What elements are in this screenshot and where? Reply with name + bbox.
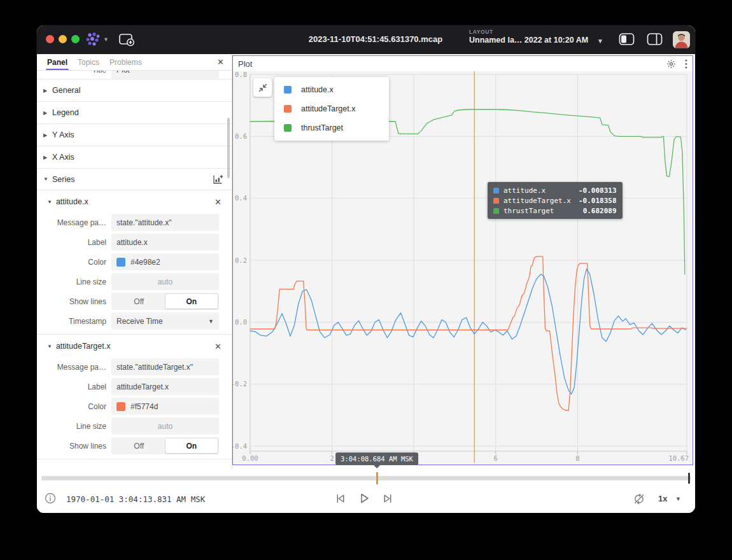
section-label: General (52, 86, 80, 95)
tab-problems[interactable]: Problems (109, 54, 142, 70)
show-lines-toggle[interactable]: OffOn (111, 437, 219, 454)
zoom-window-button[interactable] (71, 35, 80, 43)
close-sidebar-icon[interactable]: ✕ (217, 58, 224, 66)
tab-panel[interactable]: Panel (47, 54, 67, 70)
caret-down-icon: ▼ (208, 318, 214, 325)
legend-label: thrustTarget (301, 123, 343, 132)
chart-area[interactable]: 0.80.60.40.20.0-0.2-0.40.00246810.67 att… (233, 71, 693, 465)
series-line-attitude.x (250, 269, 686, 395)
section-series[interactable]: ▼Series (37, 168, 232, 190)
series-editor-header[interactable]: ▼attitude.x✕ (37, 192, 232, 211)
panel-settings-sidebar: ✕ PanelTopicsProblems Title Plot ▶Genera… (37, 54, 232, 469)
field-input[interactable]: auto (111, 273, 219, 290)
field-row-label: Labelattitude.x (37, 234, 232, 251)
caret-down-icon[interactable]: ▼ (675, 496, 681, 502)
color-field[interactable]: #f5774d (111, 398, 219, 415)
tooltip-series-value: 0.682089 (579, 207, 617, 215)
svg-text:2: 2 (330, 454, 334, 462)
seek-backward-button[interactable] (335, 493, 347, 505)
field-placeholder: auto (116, 277, 214, 286)
field-input[interactable]: state."attitudeTarget.x" (111, 358, 219, 375)
timestamp-select[interactable]: Receive Time▼ (111, 312, 219, 330)
layout-menu[interactable]: LAYOUT Unnamed la… 2022 at 10:20 AM (469, 29, 588, 45)
field-label: Message pa… (37, 218, 111, 227)
legend-item-attitudeTarget-x[interactable]: attitudeTarget.x (274, 99, 389, 118)
field-row-line-size: Line sizeauto (37, 417, 232, 435)
field-row-color: Color#f5774d (37, 398, 232, 415)
chevron-down-icon[interactable]: ▼ (103, 36, 109, 43)
remove-series-icon[interactable]: ✕ (215, 342, 222, 351)
field-input[interactable]: state."attitude.x" (111, 214, 219, 231)
show-lines-toggle[interactable]: OffOn (111, 293, 219, 310)
playhead-marker[interactable] (376, 472, 378, 484)
main-area: Plot (232, 54, 695, 469)
toggle-option-off[interactable]: Off (113, 294, 165, 309)
color-swatch (116, 258, 125, 267)
chevron-right-icon: ▶ (43, 155, 50, 160)
toggle-option-on[interactable]: On (165, 294, 218, 309)
field-input[interactable]: auto (111, 417, 219, 435)
field-input[interactable]: attitude.x (111, 234, 219, 251)
legend-item-thrustTarget[interactable]: thrustTarget (274, 118, 389, 137)
layout-name: Unnamed la… 2022 at 10:20 AM (469, 36, 588, 45)
field-row-show-lines: Show linesOffOn (37, 437, 232, 454)
divider (37, 459, 232, 459)
svg-text:0.4: 0.4 (235, 194, 247, 202)
seek-bar[interactable] (41, 476, 691, 480)
toggle-right-sidebar-button[interactable] (647, 32, 663, 46)
title-field-input[interactable]: Plot (111, 71, 219, 79)
chevron-down-icon: ▼ (47, 344, 52, 349)
field-label: Label (37, 382, 111, 391)
seek-forward-button[interactable] (381, 493, 393, 505)
chevron-down-icon: ▼ (47, 199, 52, 205)
avatar[interactable] (673, 31, 690, 48)
legend-item-attitude-x[interactable]: attitude.x (274, 80, 389, 99)
foxglove-logo-icon[interactable] (85, 32, 101, 46)
toggle-option-off[interactable]: Off (113, 438, 165, 453)
seek-hover-tooltip: 3:04:08.684 AM MSK (335, 452, 418, 465)
sidebar-scrollbar[interactable] (227, 118, 230, 178)
toggle-left-sidebar-button[interactable] (619, 32, 635, 46)
playback-bar: 1970-01-01 3:04:13.831 AM MSK (37, 469, 695, 513)
field-row-show-lines: Show linesOffOn (37, 293, 232, 310)
collapse-legend-button[interactable] (253, 78, 272, 97)
color-hex-value: #f5774d (130, 402, 158, 411)
chevron-right-icon: ▶ (43, 110, 50, 116)
color-hex-value: #4e98e2 (130, 258, 160, 267)
series-editor-header[interactable]: ▼attitudeTarget.x✕ (37, 337, 232, 356)
playback-speed[interactable]: 1x (658, 494, 667, 503)
series-name: attitude.x (56, 197, 88, 206)
add-panel-button[interactable] (118, 32, 135, 46)
settings-gear-icon[interactable] (666, 59, 676, 69)
legend-swatch (284, 124, 292, 132)
svg-text:10.67: 10.67 (668, 454, 689, 462)
tooltip-series-label: thrustTarget (503, 207, 579, 215)
tooltip-series-label: attitude.x (503, 186, 579, 195)
field-label: Message pa… (37, 363, 111, 372)
section-y-axis[interactable]: ▶Y Axis (37, 123, 232, 146)
plot-panel[interactable]: Plot (232, 55, 693, 465)
tab-topics[interactable]: Topics (78, 54, 99, 70)
field-input[interactable]: attitudeTarget.x (111, 378, 219, 395)
field-placeholder: auto (116, 422, 214, 431)
play-button[interactable] (358, 492, 370, 505)
chevron-right-icon: ▶ (43, 88, 50, 94)
section-general[interactable]: ▶General (37, 79, 232, 101)
tooltip-swatch (493, 208, 499, 214)
svg-text:-0.2: -0.2 (233, 380, 247, 388)
close-window-button[interactable] (46, 35, 54, 43)
section-legend[interactable]: ▶Legend (37, 101, 232, 123)
info-icon[interactable] (45, 493, 56, 504)
tooltip-swatch (493, 198, 499, 204)
section-x-axis[interactable]: ▶X Axis (37, 146, 232, 168)
more-vertical-icon[interactable] (685, 59, 687, 69)
svg-text:8: 8 (575, 454, 579, 462)
toggle-option-on[interactable]: On (165, 438, 218, 453)
remove-series-icon[interactable]: ✕ (215, 198, 222, 206)
color-field[interactable]: #4e98e2 (111, 253, 219, 270)
minimize-window-button[interactable] (59, 35, 67, 43)
add-series-icon[interactable] (213, 174, 223, 185)
chevron-down-icon[interactable]: ▼ (597, 38, 603, 45)
field-row-message-pa-: Message pa…state."attitude.x" (37, 214, 232, 231)
loop-off-icon[interactable] (633, 493, 645, 505)
